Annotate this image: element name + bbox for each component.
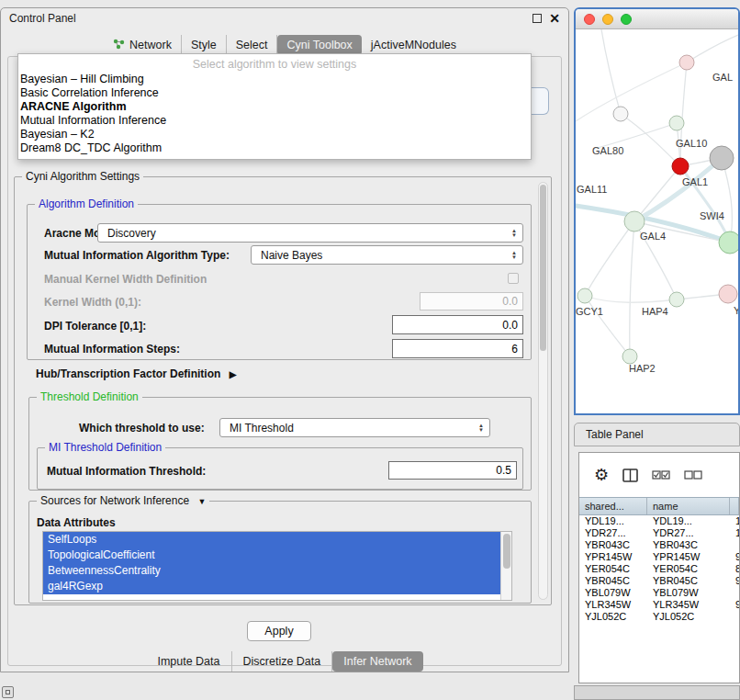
network-node-label: GAL1 [682, 176, 708, 187]
control-panel-titlebar[interactable]: Control Panel ✕ [1, 8, 568, 28]
table-cell [730, 587, 739, 599]
tab-cyni-toolbox[interactable]: Cyni Toolbox [277, 35, 361, 55]
attributes-list-scrollbar-thumb[interactable] [503, 534, 510, 569]
network-node[interactable] [672, 158, 689, 175]
tab-cyni-toolbox-label: Cyni Toolbox [286, 39, 352, 51]
table-cell: YPR145W [579, 551, 647, 563]
hub-definition-toggle[interactable]: Hub/Transcription Factor Definition ▶ [36, 367, 236, 380]
network-node[interactable] [622, 349, 637, 364]
network-node-label: GAL11 [577, 184, 607, 195]
mi-steps-label: Mutual Information Steps: [44, 343, 180, 356]
table-cell: YDR27... [647, 527, 730, 539]
panel-corner-icon[interactable] [2, 686, 14, 698]
deselect-all-icon[interactable] [684, 469, 702, 481]
network-node[interactable] [710, 146, 734, 170]
table-cell: 8. [730, 563, 739, 575]
tab-discretize-data[interactable]: Discretize Data [232, 651, 333, 672]
attribute-list-item[interactable]: BetweennessCentrality [43, 563, 500, 579]
algorithm-option[interactable]: Mutual Information Inference [18, 114, 531, 128]
tab-jactivemnodules[interactable]: jActiveMNodules [362, 35, 465, 55]
mi-threshold-definition-title: MI Threshold Definition [45, 441, 165, 454]
table-panel-bottom-scrollbar[interactable] [574, 685, 740, 700]
column-header-name[interactable]: name [647, 498, 730, 514]
bottom-tabs: Impute Data Discretize Data Infer Networ… [1, 650, 568, 672]
tab-infer-network[interactable]: Infer Network [332, 651, 422, 672]
which-threshold-value: MI Threshold [230, 422, 478, 435]
algorithm-option[interactable]: Dream8 DC_TDC Algorithm [18, 141, 531, 155]
aracne-mode-select[interactable]: Discovery ▲▼ [97, 223, 523, 243]
close-traffic-light-icon[interactable] [584, 14, 595, 25]
attribute-list-item[interactable]: TopologicalCoefficient [43, 548, 500, 563]
table-row[interactable]: YJL052CYJL052C [579, 611, 739, 623]
network-node-label: GAL80 [592, 145, 623, 156]
sources-group: Sources for Network Inference ▼ Data Att… [28, 501, 532, 604]
algorithm-option[interactable]: ARACNE Algorithm [18, 100, 531, 114]
attributes-list-scrollbar[interactable] [500, 532, 511, 600]
sources-group-title[interactable]: Sources for Network Inference ▼ [37, 494, 209, 507]
table-row[interactable]: YER054CYER054C8. [579, 563, 739, 575]
apply-button[interactable]: Apply [247, 621, 311, 641]
network-node[interactable] [719, 231, 738, 254]
algorithm-option[interactable]: Basic Correlation Inference [18, 86, 531, 100]
close-window-icon[interactable]: ✕ [549, 13, 560, 24]
which-threshold-select[interactable]: MI Threshold ▲▼ [219, 418, 490, 437]
network-node[interactable] [719, 285, 737, 303]
table-row[interactable]: YLR345WYLR345W9. [579, 599, 739, 611]
combo-arrows-icon: ▲▼ [478, 423, 484, 433]
network-window-titlebar[interactable] [576, 9, 738, 29]
network-node[interactable] [577, 288, 592, 303]
settings-scrollbar-thumb[interactable] [540, 185, 546, 351]
network-edge[interactable] [576, 62, 687, 121]
column-header-extra[interactable] [730, 498, 739, 514]
column-header-shared-name[interactable]: shared... [579, 498, 647, 514]
table-row[interactable]: YDL19...YDL19...13 [579, 515, 739, 527]
algorithm-option[interactable]: Bayesian – K2 [18, 128, 531, 141]
mi-algorithm-type-select[interactable]: Naive Bayes ▲▼ [251, 245, 523, 265]
table-panel-header[interactable]: Table Panel [574, 423, 740, 446]
table-row[interactable]: YBL079WYBL079W [579, 587, 739, 599]
algorithm-definition-title: Algorithm Definition [35, 198, 138, 210]
attribute-list-item[interactable]: SelfLoops [43, 532, 500, 548]
network-edge[interactable] [630, 221, 634, 356]
network-edge[interactable] [585, 296, 630, 356]
mi-threshold-input[interactable] [388, 461, 517, 480]
network-node[interactable] [624, 211, 645, 231]
algorithm-popup-placeholder: Select algorithm to view settings [18, 56, 531, 73]
network-node[interactable] [613, 107, 628, 121]
columns-icon[interactable] [622, 469, 638, 482]
table-row[interactable]: YPR145WYPR145W9. [579, 551, 739, 563]
control-panel-window: Control Panel ✕ Network Style Select [0, 7, 569, 672]
table-row[interactable]: YBR043CYBR043C [579, 539, 739, 551]
network-edge[interactable] [585, 221, 634, 296]
network-edge[interactable] [680, 62, 687, 166]
table-row[interactable]: YBR045CYBR045C9. [579, 575, 739, 587]
manual-kernel-width-checkbox[interactable] [508, 273, 519, 284]
gear-icon[interactable]: ⚙ [594, 465, 609, 485]
tab-jactivemnodules-label: jActiveMNodules [371, 39, 456, 51]
network-edge[interactable] [687, 35, 738, 62]
kernel-width-input[interactable] [420, 292, 523, 310]
tab-impute-data[interactable]: Impute Data [146, 651, 231, 672]
kernel-width-label: Kernel Width (0,1): [44, 296, 141, 309]
tab-select[interactable]: Select [227, 35, 278, 55]
network-node[interactable] [679, 55, 694, 70]
tab-network[interactable]: Network [104, 35, 182, 55]
zoom-traffic-light-icon[interactable] [621, 14, 632, 25]
table-cell: 12 [730, 527, 739, 539]
mi-steps-input[interactable] [392, 339, 523, 358]
select-all-icon[interactable] [652, 469, 670, 481]
algorithm-option[interactable]: Bayesian – Hill Climbing [18, 73, 531, 86]
settings-scrollbar[interactable] [538, 182, 548, 600]
table-row[interactable]: YDR27...YDR27...12 [579, 527, 739, 539]
attribute-list-item[interactable]: gal4RGexp [43, 579, 500, 594]
table-cell [730, 611, 739, 623]
minimize-traffic-light-icon[interactable] [602, 14, 613, 25]
tab-style[interactable]: Style [182, 35, 227, 55]
float-window-icon[interactable] [533, 14, 542, 23]
table-cell: YJL052C [647, 611, 730, 623]
network-canvas[interactable]: GALGAL80GAL10GAL11GAL1SWI4GAL4GCY1HAP4HA… [576, 29, 738, 413]
network-node[interactable] [669, 116, 684, 130]
dpi-tolerance-input[interactable] [392, 315, 523, 334]
network-node[interactable] [669, 292, 684, 307]
network-edge[interactable] [601, 29, 621, 114]
